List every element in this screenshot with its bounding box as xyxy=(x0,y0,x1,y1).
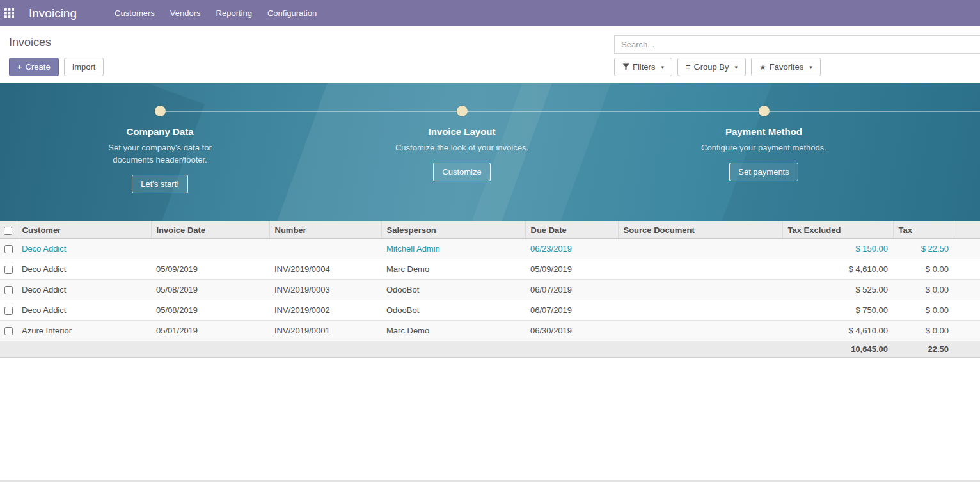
import-button-label: Import xyxy=(72,62,96,72)
cell-salesperson: OdooBot xyxy=(381,300,525,321)
row-checkbox[interactable] xyxy=(4,327,13,335)
cell-tax-excluded: $ 4,610.00 xyxy=(782,259,893,280)
cell-source-document xyxy=(618,239,782,259)
cell-source-document xyxy=(618,321,782,341)
invoice-row[interactable]: Deco Addict Mitchell Admin 06/23/2019 $ … xyxy=(0,239,980,259)
step-description: Set your company's data for documents he… xyxy=(91,141,229,166)
cell-due-date: 06/07/2019 xyxy=(525,300,618,321)
search-options: Filters ▾ ≡ Group By ▾ ★ Favorites ▾ xyxy=(614,58,980,76)
menu-vendors[interactable]: Vendors xyxy=(169,6,202,20)
column-header-invoice-date[interactable]: Invoice Date xyxy=(151,221,269,239)
cell-customer: Deco Addict xyxy=(17,239,151,259)
filters-label: Filters xyxy=(633,62,655,72)
onboarding-banner: Company Data Set your company's data for… xyxy=(0,83,980,221)
cell-due-date: 06/23/2019 xyxy=(525,239,618,259)
column-header-spacer xyxy=(954,221,980,239)
onboarding-step-company-data: Company Data Set your company's data for… xyxy=(64,106,256,193)
control-panel: Invoices + Create Import Filters ▾ ≡ Gro… xyxy=(0,26,980,83)
caret-down-icon: ▾ xyxy=(809,64,812,70)
cell-tax-excluded: $ 750.00 xyxy=(782,300,893,321)
step-dot-icon xyxy=(457,106,468,116)
action-buttons: + Create Import xyxy=(9,58,104,76)
bars-icon: ≡ xyxy=(686,63,691,71)
cell-tax: $ 22.50 xyxy=(893,239,954,259)
select-all-checkbox-cell xyxy=(0,221,17,239)
cell-number: INV/2019/0004 xyxy=(269,259,381,280)
cell-due-date: 06/30/2019 xyxy=(525,321,618,341)
column-header-tax-excluded[interactable]: Tax Excluded xyxy=(782,221,893,239)
set-payments-button[interactable]: Set payments xyxy=(729,163,798,181)
table-header-row: Customer Invoice Date Number Salesperson… xyxy=(0,221,980,239)
cell-customer: Deco Addict xyxy=(17,259,151,280)
cell-invoice-date: 05/09/2019 xyxy=(151,259,269,280)
filter-icon xyxy=(622,63,629,70)
cell-spacer xyxy=(954,280,980,300)
cell-invoice-date: 05/08/2019 xyxy=(151,280,269,300)
cell-tax-excluded: $ 525.00 xyxy=(782,280,893,300)
cell-source-document xyxy=(618,280,782,300)
caret-down-icon: ▾ xyxy=(734,64,738,70)
cell-tax-excluded: $ 150.00 xyxy=(782,239,893,259)
column-header-number[interactable]: Number xyxy=(269,221,381,239)
cell-spacer xyxy=(954,341,980,358)
cell-tax: $ 0.00 xyxy=(893,321,954,341)
import-button[interactable]: Import xyxy=(64,58,104,76)
customize-button[interactable]: Customize xyxy=(433,163,490,181)
apps-grid-icon xyxy=(4,8,14,18)
group-by-button[interactable]: ≡ Group By ▾ xyxy=(677,58,746,76)
column-header-salesperson[interactable]: Salesperson xyxy=(381,221,525,239)
invoice-row[interactable]: Deco Addict 05/09/2019 INV/2019/0004 Mar… xyxy=(0,259,980,280)
row-checkbox[interactable] xyxy=(4,286,13,294)
search-input[interactable] xyxy=(614,35,980,54)
invoices-table: Customer Invoice Date Number Salesperson… xyxy=(0,221,980,358)
column-header-customer[interactable]: Customer xyxy=(17,221,151,239)
cell-spacer xyxy=(954,259,980,280)
menu-customers[interactable]: Customers xyxy=(113,6,156,20)
step-title: Company Data xyxy=(126,126,193,137)
cell-due-date: 05/09/2019 xyxy=(525,259,618,280)
row-checkbox-cell xyxy=(0,300,17,321)
filters-button[interactable]: Filters ▾ xyxy=(614,58,672,76)
menu-configuration[interactable]: Configuration xyxy=(266,6,318,20)
row-checkbox-cell xyxy=(0,321,17,341)
create-button[interactable]: + Create xyxy=(9,58,59,76)
favorites-button[interactable]: ★ Favorites ▾ xyxy=(751,58,821,76)
invoice-row[interactable]: Deco Addict 05/08/2019 INV/2019/0002 Odo… xyxy=(0,300,980,321)
totals-row: 10,645.00 22.50 xyxy=(0,341,980,358)
menu-reporting[interactable]: Reporting xyxy=(215,6,253,20)
column-header-source-document[interactable]: Source Document xyxy=(618,221,782,239)
nav-menus: Customers Vendors Reporting Configuratio… xyxy=(113,6,318,20)
search-area: Filters ▾ ≡ Group By ▾ ★ Favorites ▾ xyxy=(614,35,980,76)
lets-start-button[interactable]: Let's start! xyxy=(132,175,188,193)
cell-customer: Deco Addict xyxy=(17,280,151,300)
cell-spacer xyxy=(954,321,980,341)
step-title: Invoice Layout xyxy=(428,126,495,137)
cell-salesperson: Mitchell Admin xyxy=(381,239,525,259)
row-checkbox-cell xyxy=(0,259,17,280)
cell-number xyxy=(269,239,381,259)
total-tax: 22.50 xyxy=(893,341,954,358)
select-all-checkbox[interactable] xyxy=(4,227,12,235)
column-header-due-date[interactable]: Due Date xyxy=(525,221,618,239)
invoice-row[interactable]: Azure Interior 05/01/2019 INV/2019/0001 … xyxy=(0,321,980,341)
cell-invoice-date: 05/08/2019 xyxy=(151,300,269,321)
invoice-row[interactable]: Deco Addict 05/08/2019 INV/2019/0003 Odo… xyxy=(0,280,980,300)
cell-source-document xyxy=(618,300,782,321)
page-title: Invoices xyxy=(9,36,51,49)
caret-down-icon: ▾ xyxy=(661,64,664,70)
step-description: Customize the look of your invoices. xyxy=(393,141,531,154)
star-icon: ★ xyxy=(759,63,766,72)
cell-tax-excluded: $ 4,610.00 xyxy=(782,321,893,341)
cell-spacer xyxy=(954,239,980,259)
column-header-tax[interactable]: Tax xyxy=(893,221,954,239)
app-title[interactable]: Invoicing xyxy=(29,6,77,20)
row-checkbox[interactable] xyxy=(4,266,13,274)
cell-number: INV/2019/0001 xyxy=(269,321,381,341)
group-by-label: Group By xyxy=(694,62,729,72)
cell-tax: $ 0.00 xyxy=(893,300,954,321)
top-navbar: Invoicing Customers Vendors Reporting Co… xyxy=(0,0,980,26)
row-checkbox[interactable] xyxy=(4,307,13,315)
row-checkbox[interactable] xyxy=(4,245,13,253)
apps-menu-button[interactable] xyxy=(0,0,29,26)
cell-salesperson: Marc Demo xyxy=(381,321,525,341)
